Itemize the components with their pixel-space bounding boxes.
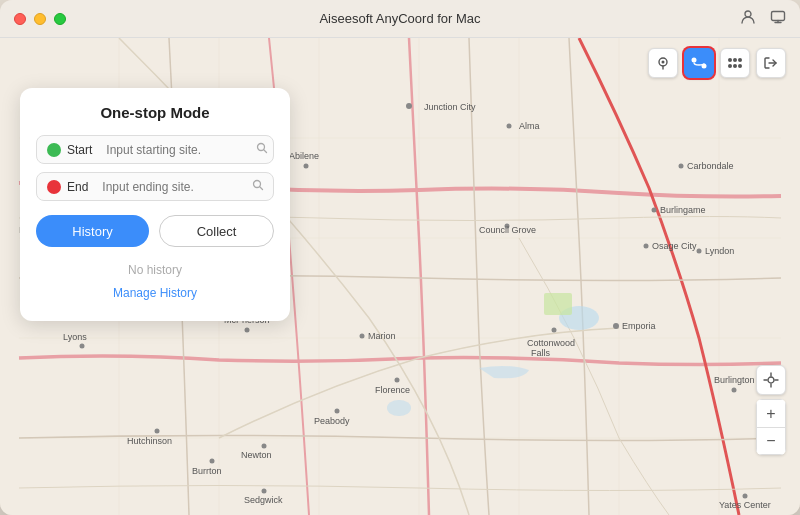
svg-point-37 — [360, 334, 365, 339]
svg-text:Alma: Alma — [519, 121, 540, 131]
svg-point-44 — [732, 388, 737, 393]
start-dot — [47, 143, 61, 157]
svg-point-64 — [692, 58, 697, 63]
search-icon-start — [256, 142, 268, 157]
svg-point-25 — [652, 208, 657, 213]
svg-point-52 — [262, 444, 267, 449]
svg-point-48 — [335, 409, 340, 414]
svg-point-73 — [768, 377, 774, 383]
end-dot — [47, 180, 61, 194]
svg-text:Sedgwick: Sedgwick — [244, 495, 283, 505]
svg-point-29 — [644, 244, 649, 249]
action-buttons: History Collect — [36, 215, 274, 247]
svg-text:Falls: Falls — [531, 348, 551, 358]
svg-text:Peabody: Peabody — [314, 416, 350, 426]
svg-text:Lyndon: Lyndon — [705, 246, 734, 256]
svg-text:Florence: Florence — [375, 385, 410, 395]
route-tool-button[interactable] — [684, 48, 714, 78]
svg-point-31 — [697, 249, 702, 254]
svg-text:Abilene: Abilene — [289, 151, 319, 161]
svg-point-67 — [733, 58, 737, 62]
svg-line-79 — [264, 150, 267, 153]
minimize-button[interactable] — [34, 13, 46, 25]
collect-button[interactable]: Collect — [159, 215, 274, 247]
exit-button[interactable] — [756, 48, 786, 78]
start-input-row[interactable]: Start — [36, 135, 274, 164]
svg-line-81 — [260, 187, 263, 190]
svg-point-15 — [387, 400, 411, 416]
svg-rect-1 — [772, 11, 785, 20]
user-icon[interactable] — [740, 9, 756, 29]
svg-point-39 — [552, 328, 557, 333]
svg-rect-16 — [544, 293, 572, 315]
history-button[interactable]: History — [36, 215, 149, 247]
svg-point-68 — [738, 58, 742, 62]
svg-text:Cottonwood: Cottonwood — [527, 338, 575, 348]
pin-tool-button[interactable] — [648, 48, 678, 78]
dots-tool-button[interactable] — [720, 48, 750, 78]
svg-text:Hutchinson: Hutchinson — [127, 436, 172, 446]
svg-point-62 — [662, 61, 665, 64]
svg-point-0 — [745, 11, 751, 17]
window-title: Aiseesoft AnyCoord for Mac — [319, 11, 480, 26]
svg-point-70 — [733, 64, 737, 68]
manage-history-link[interactable]: Manage History — [113, 286, 197, 300]
svg-text:Burlingame: Burlingame — [660, 205, 706, 215]
titlebar: Aiseesoft AnyCoord for Mac — [0, 0, 800, 38]
location-button[interactable] — [756, 365, 786, 395]
zoom-out-button[interactable]: − — [756, 427, 786, 455]
screen-icon[interactable] — [770, 9, 786, 29]
history-content: No history Manage History — [36, 259, 274, 305]
svg-point-42 — [613, 323, 619, 329]
svg-point-71 — [738, 64, 742, 68]
svg-point-50 — [155, 429, 160, 434]
svg-text:Carbondale: Carbondale — [687, 161, 734, 171]
onestop-panel: One-stop Mode Start End — [20, 88, 290, 321]
svg-point-46 — [395, 378, 400, 383]
titlebar-actions — [740, 9, 786, 29]
main-content: Junction City Alma Abilene Carbondale Bu… — [0, 38, 800, 515]
svg-text:Newton: Newton — [241, 450, 272, 460]
maximize-button[interactable] — [54, 13, 66, 25]
app-window: Aiseesoft AnyCoord for Mac — [0, 0, 800, 515]
end-input[interactable] — [102, 180, 252, 194]
map-controls: + − — [756, 365, 786, 455]
svg-text:Lyons: Lyons — [63, 332, 87, 342]
start-label: Start — [67, 143, 92, 157]
svg-point-58 — [743, 494, 748, 499]
svg-text:Junction City: Junction City — [424, 102, 476, 112]
svg-text:Osage City: Osage City — [652, 241, 697, 251]
traffic-lights — [14, 13, 66, 25]
svg-text:Burlington: Burlington — [714, 375, 755, 385]
map-toolbar — [648, 48, 786, 78]
svg-text:Emporia: Emporia — [622, 321, 656, 331]
svg-point-54 — [210, 459, 215, 464]
svg-point-69 — [728, 64, 732, 68]
end-label: End — [67, 180, 88, 194]
svg-text:Burrton: Burrton — [192, 466, 222, 476]
svg-point-23 — [679, 164, 684, 169]
svg-point-17 — [406, 103, 412, 109]
svg-point-33 — [80, 344, 85, 349]
end-input-row[interactable]: End — [36, 172, 274, 201]
svg-point-56 — [262, 489, 267, 494]
svg-point-66 — [728, 58, 732, 62]
start-input[interactable] — [106, 143, 256, 157]
svg-text:Yates Center: Yates Center — [719, 500, 771, 510]
no-history-label: No history — [36, 263, 274, 277]
zoom-controls: + − — [756, 399, 786, 455]
svg-text:Council Grove: Council Grove — [479, 225, 536, 235]
zoom-in-button[interactable]: + — [756, 399, 786, 427]
svg-point-35 — [245, 328, 250, 333]
panel-title: One-stop Mode — [36, 104, 274, 121]
svg-text:Marion: Marion — [368, 331, 396, 341]
svg-point-19 — [507, 124, 512, 129]
close-button[interactable] — [14, 13, 26, 25]
search-icon-end — [252, 179, 264, 194]
svg-point-21 — [304, 164, 309, 169]
